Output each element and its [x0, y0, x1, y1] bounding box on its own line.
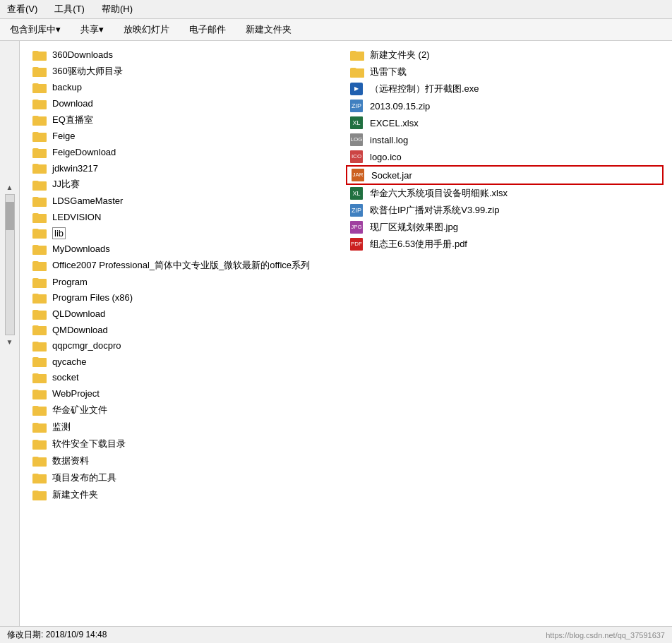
folder-icon [32, 421, 48, 433]
folder-icon [32, 324, 48, 336]
list-item[interactable]: ICOlogo.ico [346, 148, 664, 165]
list-item[interactable]: ▶（远程控制）打开截图.exe [346, 80, 664, 97]
list-item[interactable]: qqpcmgr_docpro [28, 337, 346, 354]
menu-help[interactable]: 帮助(H) [97, 1, 137, 17]
folder-icon [32, 455, 48, 467]
list-item[interactable]: 软件安全下载目录 [28, 435, 346, 452]
file-name: qqpcmgr_docpro [52, 340, 121, 351]
list-item[interactable]: MyDownloads [28, 241, 346, 258]
file-name: jdkwin3217 [52, 163, 98, 174]
email-button[interactable]: 电子邮件 [185, 22, 230, 37]
list-item[interactable]: 新建文件夹 [28, 486, 346, 503]
list-item[interactable]: socket [28, 369, 346, 385]
file-name: Socket.jar [371, 170, 412, 181]
list-item[interactable]: QLDownload [28, 306, 346, 322]
list-item[interactable]: PDF组态王6.53使用手册.pdf [346, 236, 664, 253]
list-item[interactable]: 数据资料 [28, 452, 346, 469]
file-name: EQ直播室 [52, 114, 93, 126]
file-name: 360驱动大师目录 [52, 65, 123, 78]
folder-icon [32, 211, 48, 223]
log-icon: LOG [350, 133, 366, 146]
list-item[interactable]: 监测 [28, 419, 346, 435]
list-item[interactable]: XLEXCEL.xlsx [346, 114, 664, 131]
folder-icon [32, 260, 48, 272]
file-name: 新建文件夹 [52, 488, 98, 501]
file-name: 360Downloads [52, 49, 113, 60]
file-name: Office2007 Professional_简体中文专业版_微软最新的off… [52, 259, 310, 272]
list-item[interactable]: 360Downloads [28, 47, 346, 63]
folder-icon [32, 49, 48, 61]
list-item[interactable]: FeigeDownload [28, 144, 346, 160]
file-name: JJ比赛 [52, 178, 80, 191]
right-column: 新建文件夹 (2)迅雷下载▶（远程控制）打开截图.exeZIP2013.09.1… [346, 47, 664, 503]
list-item[interactable]: XL华金六大系统项目设备明细账.xlsx [346, 185, 664, 202]
scroll-track[interactable] [5, 194, 15, 335]
share-button[interactable]: 共享▾ [76, 22, 108, 37]
list-item[interactable]: 360驱动大师目录 [28, 63, 346, 80]
menu-view[interactable]: 查看(V) [3, 1, 42, 17]
file-name: 欧普仕IP广播对讲系统V3.99.zip [370, 204, 500, 217]
list-item[interactable]: lib [28, 225, 346, 241]
list-item[interactable]: Office2007 Professional_简体中文专业版_微软最新的off… [28, 257, 346, 274]
file-name: 2013.09.15.zip [370, 101, 430, 112]
folder-icon [32, 114, 48, 126]
list-item[interactable]: 迅雷下载 [346, 64, 664, 80]
list-item[interactable]: Download [28, 95, 346, 112]
list-item[interactable]: JPG现厂区规划效果图.jpg [346, 219, 664, 236]
list-item[interactable]: LOGinstall.log [346, 131, 664, 148]
file-name: 现厂区规划效果图.jpg [370, 221, 458, 234]
list-item[interactable]: JARSocket.jar [346, 165, 664, 185]
list-item[interactable]: backup [28, 80, 346, 96]
folder-icon [32, 179, 48, 191]
list-item[interactable]: JJ比赛 [28, 176, 346, 193]
new-folder-button[interactable]: 新建文件夹 [241, 22, 296, 37]
file-name: QMDownload [52, 325, 108, 335]
jar-icon: JAR [352, 169, 367, 181]
main-area: ▲ ▼ 360Downloads360驱动大师目录backupDownloadE… [0, 41, 672, 643]
list-item[interactable]: LDSGameMaster [28, 193, 346, 209]
list-item[interactable]: WebProject [28, 385, 346, 402]
list-item[interactable]: QMDownload [28, 322, 346, 338]
list-item[interactable]: Program Files (x86) [28, 290, 346, 306]
list-item[interactable]: EQ直播室 [28, 112, 346, 128]
folder-icon [32, 244, 48, 256]
scroll-down[interactable]: ▼ [5, 337, 15, 347]
file-name: Program [52, 277, 88, 287]
file-name: LDSGameMaster [52, 196, 123, 206]
menu-tools[interactable]: 工具(T) [50, 1, 89, 17]
list-item[interactable]: ZIP2013.09.15.zip [346, 97, 664, 114]
file-name: logo.ico [370, 152, 402, 162]
folder-icon [32, 227, 48, 239]
list-item[interactable]: 新建文件夹 (2) [346, 47, 664, 64]
list-item[interactable]: 项目发布的工具 [28, 469, 346, 486]
list-item[interactable]: ZIP欧普仕IP广播对讲系统V3.99.zip [346, 202, 664, 219]
include-library-button[interactable]: 包含到库中▾ [6, 22, 65, 37]
file-name: Download [52, 98, 93, 109]
folder-icon [32, 371, 48, 383]
file-name: Program Files (x86) [52, 292, 133, 303]
slideshow-button[interactable]: 放映幻灯片 [119, 22, 174, 37]
file-name: WebProject [52, 388, 100, 399]
list-item[interactable]: Feige [28, 128, 346, 145]
list-item[interactable]: jdkwin3217 [28, 160, 346, 176]
scroll-up[interactable]: ▲ [5, 182, 15, 193]
file-name: （远程控制）打开截图.exe [370, 83, 479, 95]
list-item[interactable]: 华金矿业文件 [28, 402, 346, 419]
folder-icon [32, 65, 48, 77]
scroll-thumb[interactable] [6, 202, 14, 230]
file-name: socket [52, 372, 79, 383]
list-item[interactable]: qycache [28, 354, 346, 370]
xlsx-icon: XL [350, 187, 366, 200]
content-scroll[interactable]: 360Downloads360驱动大师目录backupDownloadEQ直播室… [20, 41, 672, 643]
file-name: 组态王6.53使用手册.pdf [370, 238, 467, 251]
file-name: QLDownload [52, 308, 105, 319]
file-name: 软件安全下载目录 [52, 438, 126, 450]
modify-date: 修改日期: 2018/10/9 14:48 [7, 629, 107, 641]
ico-icon: ICO [350, 150, 366, 163]
pdf-icon: PDF [350, 238, 366, 251]
list-item[interactable]: Program [28, 274, 346, 290]
folder-icon [32, 146, 48, 158]
folder-icon [32, 471, 48, 483]
list-item[interactable]: LEDVISION [28, 209, 346, 225]
file-name: 华金六大系统项目设备明细账.xlsx [370, 187, 508, 200]
